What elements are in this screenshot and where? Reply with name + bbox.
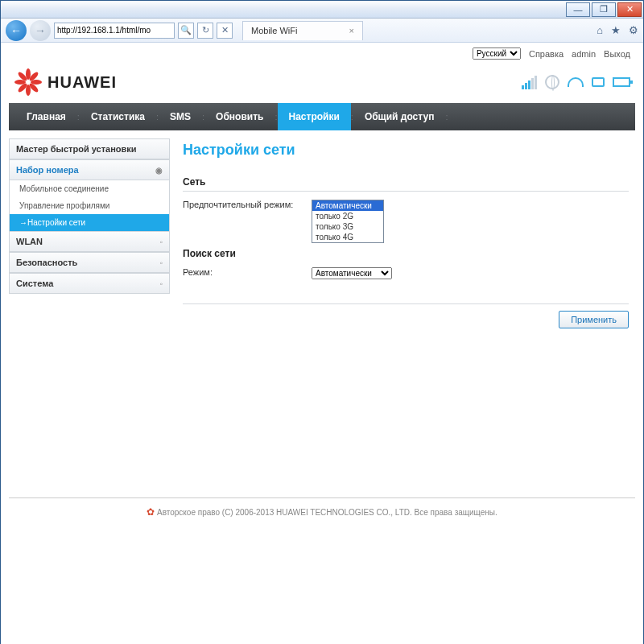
signal-icon [522, 76, 537, 89]
chevron-icon: ◦ [159, 237, 163, 246]
huawei-logo: HUAWEI [14, 68, 117, 97]
chevron-icon: ◉ [155, 166, 163, 175]
nav-update[interactable]: Обновить [204, 103, 275, 130]
nav-share[interactable]: Общий доступ [353, 103, 446, 130]
sidebar-item-network-settings[interactable]: →Настройки сети [9, 214, 170, 231]
nav-sms[interactable]: SMS [159, 103, 202, 130]
browser-toolbar: ← → 🔍 ↻ ✕ Mobile WiFi × ⌂ ★ ⚙ [1, 19, 643, 43]
sidebar-label: Безопасность [16, 258, 77, 267]
browser-tab[interactable]: Mobile WiFi × [242, 21, 363, 40]
sidebar-section-dialup[interactable]: Набор номера◉ [9, 159, 170, 180]
section-search-heading: Поиск сети [183, 248, 629, 262]
wifi-icon [568, 77, 584, 87]
apply-button[interactable]: Применить [559, 311, 629, 328]
battery-icon [613, 77, 630, 87]
nav-forward-button[interactable]: → [30, 20, 51, 41]
sidebar-label: Мастер быстрой установки [16, 144, 137, 154]
window-titlebar: — ❐ ✕ [1, 1, 643, 19]
refresh-button[interactable]: ↻ [197, 23, 213, 39]
logo-text: HUAWEI [47, 73, 117, 92]
window-close-button[interactable]: ✕ [617, 2, 642, 17]
page-viewport: Русский Справка admin Выход HUAWEI [1, 43, 643, 644]
logout-link[interactable]: Выход [604, 49, 630, 59]
tab-close-icon[interactable]: × [349, 26, 354, 35]
sidebar-item-mobile-connection[interactable]: Мобильное соединение [9, 180, 170, 197]
url-input[interactable] [57, 26, 171, 35]
language-select[interactable]: Русский [473, 47, 521, 60]
sidebar-section-wlan[interactable]: WLAN◦ [9, 231, 170, 252]
search-mode-select[interactable]: Автоматически [312, 267, 392, 279]
sidebar-section-system[interactable]: Система◦ [9, 273, 170, 294]
globe-icon [545, 75, 559, 89]
status-icons [522, 75, 630, 89]
page-footer: ✿ Авторское право (C) 2006-2013 HUAWEI T… [9, 497, 635, 526]
nav-back-button[interactable]: ← [6, 20, 27, 41]
pref-mode-option-auto[interactable]: Автоматически [312, 200, 383, 211]
main-nav: Главная: Статистика: SMS: Обновить: Наст… [9, 103, 635, 130]
nav-settings[interactable]: Настройки [278, 103, 351, 130]
search-go-button[interactable]: 🔍 [178, 23, 194, 39]
user-link[interactable]: admin [572, 49, 596, 59]
mode-label: Режим: [183, 267, 312, 277]
sim-icon [592, 77, 605, 87]
page-title: Настройки сети [183, 138, 629, 171]
pref-mode-option-3g[interactable]: только 3G [312, 221, 383, 232]
sidebar-label: Набор номера [16, 165, 79, 175]
huawei-petal-icon [14, 68, 43, 97]
tools-icon[interactable]: ⚙ [629, 24, 638, 36]
footer-logo-icon: ✿ [147, 506, 155, 518]
pref-mode-option-4g[interactable]: только 4G [312, 232, 383, 242]
home-icon[interactable]: ⌂ [597, 24, 603, 36]
browser-window: — ❐ ✕ ← → 🔍 ↻ ✕ Mobile WiFi × ⌂ ★ ⚙ [0, 0, 644, 644]
nav-home[interactable]: Главная [15, 103, 77, 130]
address-bar[interactable] [54, 23, 175, 39]
chevron-icon: ◦ [159, 258, 163, 267]
pref-mode-select-open[interactable]: Автоматически только 2G только 3G только… [312, 200, 384, 243]
pref-mode-option-2g[interactable]: только 2G [312, 211, 383, 221]
chevron-icon: ◦ [159, 279, 163, 288]
settings-sidebar: Мастер быстрой установки Набор номера◉ М… [9, 138, 170, 328]
pref-mode-label: Предпочтительный режим: [183, 200, 312, 209]
section-network-heading: Сеть [183, 176, 629, 192]
sidebar-section-wizard[interactable]: Мастер быстрой установки [9, 138, 170, 159]
sidebar-item-profile-mgmt[interactable]: Управление профилями [9, 197, 170, 214]
window-minimize-button[interactable]: — [566, 2, 590, 17]
stop-button[interactable]: ✕ [217, 23, 233, 39]
window-maximize-button[interactable]: ❐ [592, 2, 616, 17]
help-link[interactable]: Справка [529, 49, 564, 59]
nav-stats[interactable]: Статистика [80, 103, 156, 130]
favorites-icon[interactable]: ★ [611, 24, 621, 36]
copyright-text: Авторское право (C) 2006-2013 HUAWEI TEC… [157, 508, 497, 517]
page-topbar: Русский Справка admin Выход [1, 43, 643, 64]
sidebar-section-security[interactable]: Безопасность◦ [9, 252, 170, 273]
sidebar-label: Система [16, 279, 53, 288]
tab-title: Mobile WiFi [251, 26, 297, 35]
settings-panel: Настройки сети Сеть Предпочтительный реж… [183, 138, 635, 328]
sidebar-label: WLAN [16, 237, 43, 246]
